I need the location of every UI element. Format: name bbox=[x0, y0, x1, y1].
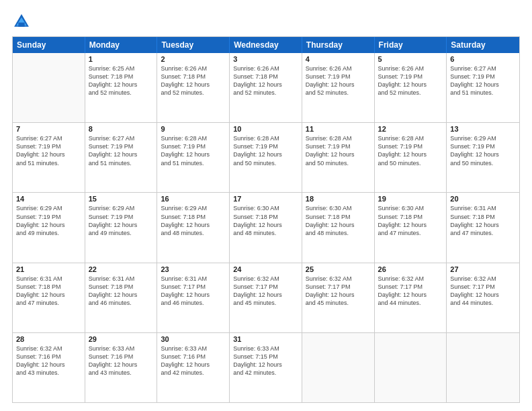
day-cell-22: 22Sunrise: 6:31 AM Sunset: 7:18 PM Dayli… bbox=[85, 263, 158, 332]
day-info: Sunrise: 6:32 AM Sunset: 7:17 PM Dayligh… bbox=[450, 275, 516, 308]
day-info: Sunrise: 6:28 AM Sunset: 7:19 PM Dayligh… bbox=[306, 134, 371, 167]
day-cell-14: 14Sunrise: 6:29 AM Sunset: 7:19 PM Dayli… bbox=[13, 193, 85, 262]
logo-icon bbox=[12, 12, 31, 31]
day-cell-31: 31Sunrise: 6:33 AM Sunset: 7:15 PM Dayli… bbox=[230, 333, 302, 402]
day-number: 27 bbox=[450, 265, 516, 273]
day-info: Sunrise: 6:25 AM Sunset: 7:18 PM Dayligh… bbox=[89, 64, 154, 97]
day-cell-empty bbox=[375, 333, 447, 402]
day-info: Sunrise: 6:26 AM Sunset: 7:18 PM Dayligh… bbox=[161, 64, 226, 97]
day-number: 24 bbox=[233, 265, 298, 273]
day-cell-4: 4Sunrise: 6:26 AM Sunset: 7:19 PM Daylig… bbox=[302, 53, 375, 122]
day-info: Sunrise: 6:33 AM Sunset: 7:16 PM Dayligh… bbox=[161, 345, 226, 377]
page: SundayMondayTuesdayWednesdayThursdayFrid… bbox=[0, 0, 532, 411]
day-cell-29: 29Sunrise: 6:33 AM Sunset: 7:16 PM Dayli… bbox=[85, 333, 158, 402]
day-cell-15: 15Sunrise: 6:29 AM Sunset: 7:19 PM Dayli… bbox=[85, 193, 158, 262]
day-number: 6 bbox=[450, 55, 516, 63]
day-cell-25: 25Sunrise: 6:32 AM Sunset: 7:17 PM Dayli… bbox=[302, 263, 375, 332]
day-info: Sunrise: 6:32 AM Sunset: 7:16 PM Dayligh… bbox=[16, 345, 81, 377]
day-info: Sunrise: 6:26 AM Sunset: 7:18 PM Dayligh… bbox=[233, 64, 298, 97]
day-info: Sunrise: 6:27 AM Sunset: 7:19 PM Dayligh… bbox=[450, 64, 516, 97]
day-info: Sunrise: 6:33 AM Sunset: 7:16 PM Dayligh… bbox=[89, 345, 154, 377]
weekday-header-sunday: Sunday bbox=[13, 37, 85, 53]
day-number: 11 bbox=[306, 125, 371, 133]
day-cell-28: 28Sunrise: 6:32 AM Sunset: 7:16 PM Dayli… bbox=[13, 333, 85, 402]
day-number: 26 bbox=[378, 265, 443, 273]
week-row-5: 28Sunrise: 6:32 AM Sunset: 7:16 PM Dayli… bbox=[13, 333, 519, 402]
day-number: 13 bbox=[450, 125, 516, 133]
day-cell-2: 2Sunrise: 6:26 AM Sunset: 7:18 PM Daylig… bbox=[157, 53, 230, 122]
day-info: Sunrise: 6:26 AM Sunset: 7:19 PM Dayligh… bbox=[306, 64, 371, 97]
day-number: 17 bbox=[233, 195, 298, 203]
day-number: 7 bbox=[16, 125, 81, 133]
day-cell-empty bbox=[13, 53, 85, 122]
day-number: 25 bbox=[306, 265, 371, 273]
header bbox=[12, 12, 520, 31]
day-info: Sunrise: 6:29 AM Sunset: 7:18 PM Dayligh… bbox=[161, 204, 226, 237]
day-info: Sunrise: 6:32 AM Sunset: 7:17 PM Dayligh… bbox=[378, 275, 443, 308]
calendar-body: 1Sunrise: 6:25 AM Sunset: 7:18 PM Daylig… bbox=[13, 53, 519, 402]
day-number: 30 bbox=[161, 335, 226, 343]
day-number: 8 bbox=[89, 125, 154, 133]
day-info: Sunrise: 6:31 AM Sunset: 7:18 PM Dayligh… bbox=[450, 204, 516, 237]
day-number: 23 bbox=[161, 265, 226, 273]
week-row-1: 1Sunrise: 6:25 AM Sunset: 7:18 PM Daylig… bbox=[13, 53, 519, 123]
day-cell-5: 5Sunrise: 6:26 AM Sunset: 7:19 PM Daylig… bbox=[375, 53, 447, 122]
day-number: 20 bbox=[450, 195, 516, 203]
day-cell-11: 11Sunrise: 6:28 AM Sunset: 7:19 PM Dayli… bbox=[302, 123, 375, 192]
day-number: 2 bbox=[161, 55, 226, 63]
day-cell-10: 10Sunrise: 6:28 AM Sunset: 7:19 PM Dayli… bbox=[230, 123, 302, 192]
day-info: Sunrise: 6:29 AM Sunset: 7:19 PM Dayligh… bbox=[450, 134, 516, 167]
day-number: 18 bbox=[306, 195, 371, 203]
weekday-header-tuesday: Tuesday bbox=[157, 37, 230, 53]
day-cell-27: 27Sunrise: 6:32 AM Sunset: 7:17 PM Dayli… bbox=[447, 263, 519, 332]
day-info: Sunrise: 6:28 AM Sunset: 7:19 PM Dayligh… bbox=[378, 134, 443, 167]
day-number: 21 bbox=[16, 265, 81, 273]
day-cell-20: 20Sunrise: 6:31 AM Sunset: 7:18 PM Dayli… bbox=[447, 193, 519, 262]
day-cell-12: 12Sunrise: 6:28 AM Sunset: 7:19 PM Dayli… bbox=[375, 123, 447, 192]
day-cell-6: 6Sunrise: 6:27 AM Sunset: 7:19 PM Daylig… bbox=[447, 53, 519, 122]
weekday-header-wednesday: Wednesday bbox=[230, 37, 302, 53]
week-row-4: 21Sunrise: 6:31 AM Sunset: 7:18 PM Dayli… bbox=[13, 263, 519, 333]
day-cell-24: 24Sunrise: 6:32 AM Sunset: 7:17 PM Dayli… bbox=[230, 263, 302, 332]
day-number: 19 bbox=[378, 195, 443, 203]
day-info: Sunrise: 6:31 AM Sunset: 7:18 PM Dayligh… bbox=[16, 275, 81, 308]
day-info: Sunrise: 6:30 AM Sunset: 7:18 PM Dayligh… bbox=[233, 204, 298, 237]
weekday-header-friday: Friday bbox=[375, 37, 447, 53]
logo bbox=[12, 12, 34, 31]
week-row-3: 14Sunrise: 6:29 AM Sunset: 7:19 PM Dayli… bbox=[13, 193, 519, 263]
week-row-2: 7Sunrise: 6:27 AM Sunset: 7:19 PM Daylig… bbox=[13, 123, 519, 193]
day-number: 31 bbox=[233, 335, 298, 343]
day-number: 12 bbox=[378, 125, 443, 133]
day-info: Sunrise: 6:32 AM Sunset: 7:17 PM Dayligh… bbox=[233, 275, 298, 308]
day-cell-30: 30Sunrise: 6:33 AM Sunset: 7:16 PM Dayli… bbox=[157, 333, 230, 402]
svg-rect-2 bbox=[18, 23, 24, 27]
day-cell-17: 17Sunrise: 6:30 AM Sunset: 7:18 PM Dayli… bbox=[230, 193, 302, 262]
day-info: Sunrise: 6:29 AM Sunset: 7:19 PM Dayligh… bbox=[16, 204, 81, 237]
day-cell-empty bbox=[302, 333, 375, 402]
day-cell-16: 16Sunrise: 6:29 AM Sunset: 7:18 PM Dayli… bbox=[157, 193, 230, 262]
day-info: Sunrise: 6:27 AM Sunset: 7:19 PM Dayligh… bbox=[16, 134, 81, 167]
day-number: 14 bbox=[16, 195, 81, 203]
weekday-header-saturday: Saturday bbox=[447, 37, 519, 53]
day-cell-9: 9Sunrise: 6:28 AM Sunset: 7:19 PM Daylig… bbox=[157, 123, 230, 192]
day-info: Sunrise: 6:27 AM Sunset: 7:19 PM Dayligh… bbox=[89, 134, 154, 167]
day-cell-empty bbox=[447, 333, 519, 402]
calendar-header: SundayMondayTuesdayWednesdayThursdayFrid… bbox=[13, 37, 519, 53]
day-cell-7: 7Sunrise: 6:27 AM Sunset: 7:19 PM Daylig… bbox=[13, 123, 85, 192]
day-number: 5 bbox=[378, 55, 443, 63]
day-cell-3: 3Sunrise: 6:26 AM Sunset: 7:18 PM Daylig… bbox=[230, 53, 302, 122]
day-cell-23: 23Sunrise: 6:31 AM Sunset: 7:17 PM Dayli… bbox=[157, 263, 230, 332]
day-info: Sunrise: 6:33 AM Sunset: 7:15 PM Dayligh… bbox=[233, 345, 298, 377]
day-cell-21: 21Sunrise: 6:31 AM Sunset: 7:18 PM Dayli… bbox=[13, 263, 85, 332]
day-info: Sunrise: 6:26 AM Sunset: 7:19 PM Dayligh… bbox=[378, 64, 443, 97]
day-number: 15 bbox=[89, 195, 154, 203]
day-cell-18: 18Sunrise: 6:30 AM Sunset: 7:18 PM Dayli… bbox=[302, 193, 375, 262]
day-info: Sunrise: 6:28 AM Sunset: 7:19 PM Dayligh… bbox=[233, 134, 298, 167]
calendar: SundayMondayTuesdayWednesdayThursdayFrid… bbox=[12, 36, 520, 403]
day-number: 28 bbox=[16, 335, 81, 343]
day-number: 16 bbox=[161, 195, 226, 203]
day-info: Sunrise: 6:29 AM Sunset: 7:19 PM Dayligh… bbox=[89, 204, 154, 237]
day-number: 3 bbox=[233, 55, 298, 63]
weekday-header-monday: Monday bbox=[85, 37, 158, 53]
day-info: Sunrise: 6:28 AM Sunset: 7:19 PM Dayligh… bbox=[161, 134, 226, 167]
